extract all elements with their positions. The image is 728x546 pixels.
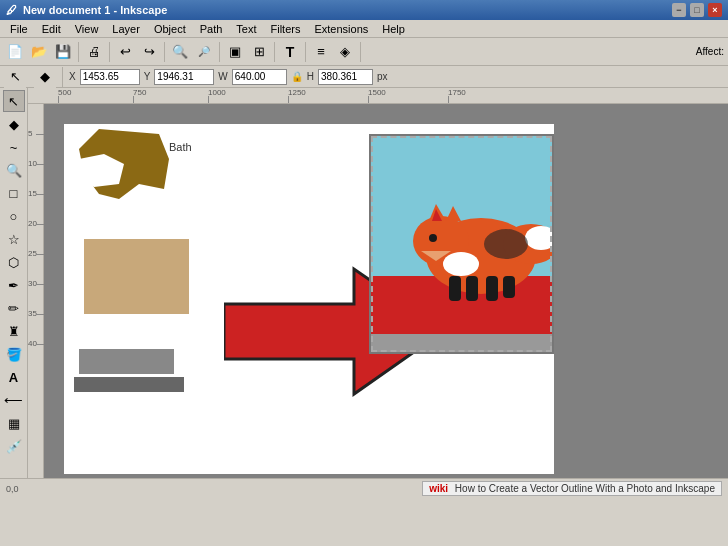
sep3 [164,42,165,62]
bath-shapes: Bath [69,129,204,409]
ruler-horizontal: 500 750 1000 1250 1500 1750 [28,88,728,104]
menu-file[interactable]: File [4,22,34,36]
menu-layer[interactable]: Layer [106,22,146,36]
bath-bottom1 [79,349,174,374]
redo-btn[interactable]: ↪ [138,41,160,63]
title-text: New document 1 - Inkscape [23,4,167,16]
h-label: H [307,71,314,82]
unit-label: px [377,71,388,82]
fox-marking [484,229,528,259]
save-btn[interactable]: 💾 [52,41,74,63]
toolbar1: 📄 📂 💾 🖨 ↩ ↪ 🔍 🔎 ▣ ⊞ T ≡ ◈ Affect: [0,38,728,66]
content-area: 500 750 1000 1250 1500 1750 5 10 15 20 2… [28,88,728,478]
menu-extensions[interactable]: Extensions [308,22,374,36]
ruler-label-1500: 1500 [368,88,386,97]
undo-btn[interactable]: ↩ [114,41,136,63]
print-btn[interactable]: 🖨 [83,41,105,63]
ruler-tick-v-25 [36,254,44,255]
select-tool[interactable]: ↖ [4,66,26,88]
ruler-tick-1250 [288,96,289,104]
canvas: Bath [64,124,554,474]
ungroup-btn[interactable]: ⊞ [248,41,270,63]
zoom-tool-btn[interactable]: 🔍 [3,159,25,181]
window-controls: − □ × [672,3,722,17]
text-tool-btn[interactable]: T [279,41,301,63]
paint-bucket-btn[interactable]: 🪣 [3,343,25,365]
pen-tool-btn[interactable]: ✒ [3,274,25,296]
menu-text[interactable]: Text [230,22,262,36]
sep7 [360,42,361,62]
canvas-area: Bath [44,104,728,478]
ruler-label-750: 750 [133,88,146,97]
bath-svg [69,129,204,414]
star-tool-btn[interactable]: ☆ [3,228,25,250]
status-coords: 0,0 [6,484,19,494]
sep2 [109,42,110,62]
pencil-btn[interactable]: ✏ [3,297,25,319]
ruler-label-500: 500 [58,88,71,97]
minimize-button[interactable]: − [672,3,686,17]
bath-body [84,239,189,314]
affect-label: Affect: [696,46,724,57]
gradient-btn[interactable]: ▦ [3,412,25,434]
ruler-tick-1000 [208,96,209,104]
text-tool-btn2[interactable]: A [3,366,25,388]
node-edit-btn[interactable]: ◆ [3,113,25,135]
ruler-label-1000: 1000 [208,88,226,97]
ruler-vertical: 5 10 15 20 25 30 35 40 [28,104,44,478]
sep4 [219,42,220,62]
ruler-tick-1500 [368,96,369,104]
menu-filters[interactable]: Filters [265,22,307,36]
menu-object[interactable]: Object [148,22,192,36]
wiki-label: wiki How to Create a Vector Outline With… [422,481,722,496]
statusbar: 0,0 wiki How to Create a Vector Outline … [0,478,728,498]
select-tool-btn[interactable]: ↖ [3,90,25,112]
lock-icon: 🔒 [291,71,303,82]
menu-path[interactable]: Path [194,22,229,36]
zoom-out-btn[interactable]: 🔎 [193,41,215,63]
open-btn[interactable]: 📂 [28,41,50,63]
fox-eye [429,234,437,242]
connector-btn[interactable]: ⟵ [3,389,25,411]
ruler-label-1750: 1750 [448,88,466,97]
coordbar: ↖ ◆ X Y W 🔒 H px [0,66,728,88]
zoom-in-btn[interactable]: 🔍 [169,41,191,63]
fox-chest [443,252,479,276]
menu-help[interactable]: Help [376,22,411,36]
menu-edit[interactable]: Edit [36,22,67,36]
group-btn[interactable]: ▣ [224,41,246,63]
tweak-btn[interactable]: ~ [3,136,25,158]
ruler-tick-1750 [448,96,449,104]
circle-tool-btn[interactable]: ○ [3,205,25,227]
new-btn[interactable]: 📄 [4,41,26,63]
maximize-button[interactable]: □ [690,3,704,17]
fox-leg3 [486,276,498,301]
node-tool[interactable]: ◆ [34,66,56,88]
close-button[interactable]: × [708,3,722,17]
3d-box-btn[interactable]: ⬡ [3,251,25,273]
nodes-btn[interactable]: ◈ [334,41,356,63]
ruler-tick-750 [133,96,134,104]
fox-leg2 [466,276,478,301]
ruler-tick-v-40 [36,344,44,345]
fox-panel [369,134,554,354]
w-input[interactable] [232,69,287,85]
rect-tool-btn[interactable]: □ [3,182,25,204]
sep5 [274,42,275,62]
calligraphy-btn[interactable]: ♜ [3,320,25,342]
menu-view[interactable]: View [69,22,105,36]
align-btn[interactable]: ≡ [310,41,332,63]
sep1 [78,42,79,62]
x-label: X [69,71,76,82]
wiki-text: How to Create a Vector Outline With a Ph… [455,483,715,494]
ruler-tick-v-35 [36,314,44,315]
h-input[interactable] [318,69,373,85]
fox-leg1 [449,276,461,301]
ruler-tick-v-20 [36,224,44,225]
sep-c1 [62,67,63,87]
bath-bottom2 [74,377,184,392]
y-input[interactable] [154,69,214,85]
eyedropper-btn[interactable]: 💉 [3,435,25,457]
ruler-label-v-5: 5 [28,129,32,138]
x-input[interactable] [80,69,140,85]
